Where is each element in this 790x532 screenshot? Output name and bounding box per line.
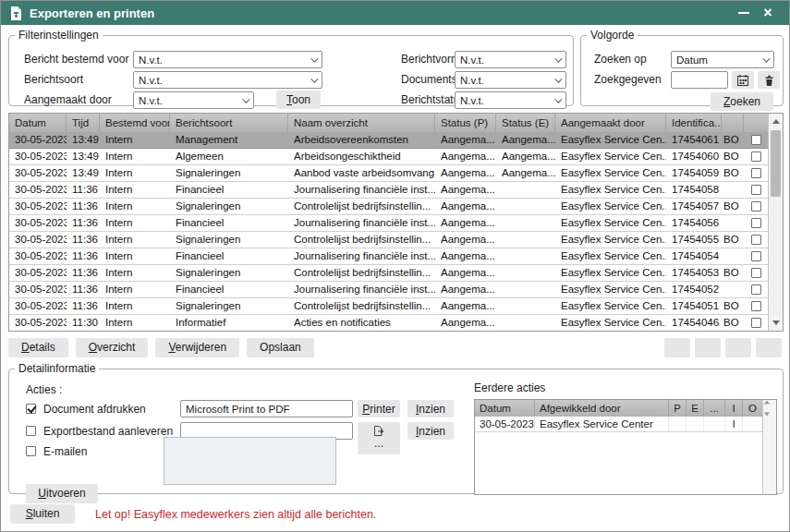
cell-tijd: 11:36 [67,265,100,281]
footer: Sluiten Let op! Easyflex medewerkers zie… [10,504,782,524]
eerdere-acties-row[interactable]: 30-05-2023Easyflex Service CenterI [475,417,762,432]
col-naam[interactable]: Naam overzicht [288,114,435,132]
zoekgegeven-label: Zoekgegeven [594,71,662,89]
table-row[interactable]: 30-05-202313:49InternAlgemeenArbeidsonge… [9,149,768,165]
calendar-button[interactable] [732,71,754,89]
table-row[interactable]: 30-05-202311:36InternSignaleringenContro… [9,298,768,315]
berichtvorm-select[interactable]: N.v.t. [455,51,566,68]
table-row[interactable]: 30-05-202311:36InternFinancieelJournalis… [9,182,768,199]
toon-button[interactable]: Toon [276,91,321,109]
opslaan-button[interactable]: Opslaan [247,338,314,357]
zoekgegeven-input[interactable] [671,71,728,89]
table-row[interactable]: 30-05-202311:36InternSignaleringenContro… [9,199,768,215]
cell-id: 17454061 [666,132,722,148]
col-bo[interactable] [722,114,744,132]
close-button[interactable]: × [756,4,780,22]
delete-search-button[interactable] [758,71,780,89]
scroll-up-button[interactable] [769,115,783,128]
col-soort[interactable]: Berichtsoort [170,114,288,132]
row-checkbox[interactable] [744,265,768,281]
row-checkbox[interactable] [744,132,768,148]
bericht-bestemd-voor-select[interactable]: N.v.t. [133,51,322,68]
cell-naam: Journalisering financiële inst... [288,182,435,198]
ea-col-p[interactable]: P [669,400,687,417]
ea-cell-datum: 30-05-2023 [475,417,535,431]
printer-button[interactable]: Printer [358,400,400,417]
table-row[interactable]: 30-05-202311:36InternFinancieelJournalis… [9,215,768,232]
first-record-button[interactable] [664,338,690,357]
minimize-button[interactable] [732,4,756,22]
cell-naam: Controlelijst bedrijfsinstellin... [288,298,435,314]
table-row[interactable]: 30-05-202311:36InternFinancieelJournalis… [9,248,768,265]
ea-cell-i: I [725,417,743,431]
ea-col-door[interactable]: Afgewikkeld door [535,400,669,417]
table-row[interactable]: 30-05-202313:49InternManagementArbeidsov… [9,132,768,149]
row-checkbox[interactable] [744,165,768,181]
inzien-print-button[interactable]: Inzien [407,400,454,417]
berichtstatus-select[interactable]: N.v.t. [455,91,566,109]
col-bestemd[interactable]: Bestemd voor [100,114,170,132]
ea-col-dots[interactable]: ... [704,400,725,417]
col-tijd[interactable]: Tijd [67,114,100,132]
volgorde-group: Volgorde Zoeken op Datum Zoekgegeven [580,29,784,106]
sluiten-button[interactable]: Sluiten [10,504,75,524]
details-button[interactable]: Details [8,338,68,357]
zoeken-button[interactable]: Zoeken [711,92,773,111]
cell-soort: Signaleringen [170,232,288,248]
cell-statusP: Aangema... [435,298,496,314]
row-checkbox[interactable] [744,199,768,214]
ea-col-o[interactable]: O [743,400,762,417]
table-row[interactable]: 30-05-202311:36InternSignaleringenContro… [9,232,768,248]
berichtsoort-select[interactable]: N.v.t. [133,71,322,89]
ea-vertical-scrollbar[interactable] [762,400,776,494]
exportbestand-label: Exportbestand aanleveren [43,425,173,438]
row-checkbox[interactable] [744,282,768,297]
row-checkbox[interactable] [744,215,768,231]
documentstatus-select[interactable]: N.v.t. [455,71,566,89]
row-checkbox[interactable] [744,298,768,314]
vertical-scrollbar[interactable] [768,114,783,331]
ea-col-e[interactable]: E [687,400,704,417]
aangemaakt-door-select[interactable]: N.v.t. [133,91,254,109]
col-door[interactable]: Aangemaakt door [555,114,666,132]
row-checkbox[interactable] [744,232,768,248]
row-checkbox[interactable] [744,149,768,164]
col-status-e[interactable]: Status (E) [496,114,555,132]
col-datum[interactable]: Datum [9,114,67,132]
ea-col-i[interactable]: I [725,400,743,417]
row-checkbox[interactable] [744,248,768,264]
overzicht-button[interactable]: Overzicht [76,338,149,357]
ea-scroll-up-button[interactable] [763,400,776,412]
emailen-checkbox[interactable]: E-mailen [26,445,87,458]
cell-tijd: 11:36 [67,298,100,314]
unchecked-checkbox-icon [751,201,761,212]
last-record-button[interactable] [756,338,782,357]
table-row[interactable]: 30-05-202313:49InternSignaleringenAanbod… [9,165,768,182]
document-afdrukken-label: Document afdrukken [43,403,146,416]
table-row[interactable]: 30-05-202311:30InternInformatiefActies e… [9,315,768,332]
email-addresses-textarea[interactable] [164,437,336,485]
exportbestand-checkbox[interactable]: Exportbestand aanleveren [26,425,173,438]
scroll-down-button[interactable] [769,316,783,330]
col-id[interactable]: Identifica... [666,114,722,132]
document-afdrukken-checkbox[interactable]: Document afdrukken [26,403,146,416]
verwijderen-button[interactable]: Verwijderen [155,338,239,357]
scrollbar-thumb[interactable] [771,130,781,197]
ea-scroll-down-button[interactable] [763,412,776,424]
next-record-button[interactable] [725,338,751,357]
email-browse-button[interactable]: ... [358,437,400,454]
inzien-export-button[interactable]: Inzien [407,422,454,440]
table-row[interactable]: 30-05-202311:36InternFinancieelJournalis… [9,282,768,298]
uitvoeren-button[interactable]: Uitvoeren [26,484,98,503]
printer-name-input[interactable] [180,400,353,417]
table-row[interactable]: 30-05-202311:36InternSignaleringenContro… [9,265,768,282]
col-checkbox[interactable] [744,114,768,132]
eerdere-acties-header: Datum Afgewikkeld door P E ... I O [475,400,762,417]
cell-soort: Signaleringen [170,265,288,281]
previous-record-button[interactable] [695,338,721,357]
ea-col-datum[interactable]: Datum [475,400,535,417]
col-status-p[interactable]: Status (P) [435,114,496,132]
row-checkbox[interactable] [744,182,768,198]
zoeken-op-select[interactable]: Datum [671,51,774,68]
row-checkbox[interactable] [744,315,768,331]
